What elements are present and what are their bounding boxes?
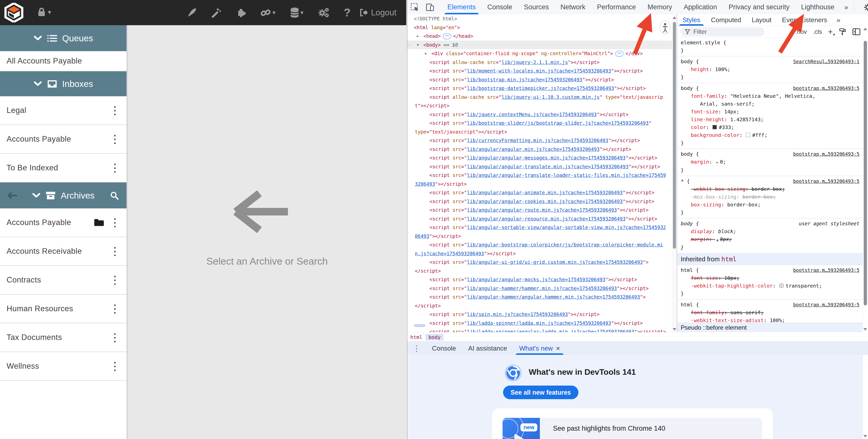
dom-node-line[interactable]: n.js?cache=1754593206493"></script> (407, 249, 677, 258)
color-swatch[interactable] (746, 133, 750, 137)
more-tabs-icon[interactable]: » (833, 16, 844, 24)
styles-tab-styles[interactable]: Styles (677, 14, 706, 26)
styles-tab-layout[interactable]: Layout (746, 14, 777, 26)
toggle-class-button[interactable]: .cls (813, 28, 822, 35)
drawer-tab-console[interactable]: Console (426, 342, 462, 355)
dom-node-line[interactable]: <html lang="en"> (407, 23, 677, 32)
dom-node-line[interactable]: <script allow-cache src="lib/jquery-ui-1… (407, 93, 677, 101)
dom-node-line[interactable]: ▸<head>⋯</head> (407, 32, 677, 40)
dom-node-line[interactable]: <script src="lib/angular/angular-resourc… (407, 215, 677, 223)
scroll-down-icon[interactable] (673, 328, 676, 331)
kebab-menu-icon[interactable]: ⋮ (110, 275, 121, 285)
more-tabs-icon[interactable]: » (840, 3, 852, 11)
close-tab-icon[interactable]: × (556, 345, 560, 352)
devtools-tab-lighthouse[interactable]: Lighthouse (796, 0, 840, 14)
stylesheet-link[interactable]: bootstrap.m…593206493:5 (793, 150, 860, 158)
kebab-menu-icon[interactable]: ⋮ (110, 332, 121, 343)
dom-node-line[interactable]: <script allow-cache src="lib/jquery-2.1.… (407, 58, 677, 67)
sidebar-section-header-queues[interactable]: Queues (0, 25, 126, 51)
sidebar-item-accounts-receivable[interactable]: Accounts Receivable⋮ (0, 237, 126, 266)
dom-node-line[interactable]: <script src="lib/spin.min.js?cache=17545… (407, 310, 677, 319)
kebab-menu-icon[interactable]: ⋮ (110, 162, 121, 174)
app-logo-icon[interactable] (4, 3, 24, 23)
elements-scrollbar[interactable] (672, 14, 677, 332)
dom-node-line[interactable]: <!DOCTYPE html> (407, 14, 677, 23)
dom-node-line[interactable]: <script src="lib/angular/angular-transla… (407, 171, 677, 180)
dom-node-line[interactable]: <script src="lib/ladda-spinner/angular-l… (407, 327, 677, 332)
dom-node-line[interactable]: type="text/javascript"></script> (407, 127, 677, 136)
horizontal-scrollbar-thumb[interactable] (414, 324, 426, 327)
stylesheet-link[interactable]: SearchResul…593206493:1 (793, 58, 860, 65)
gears-icon[interactable] (318, 7, 330, 18)
css-rule-element-style[interactable]: element.style {} (677, 37, 863, 57)
dom-node-line[interactable]: <script src="lib/moment-with-locales.min… (407, 66, 677, 75)
dom-node-line[interactable]: <script src="lib/jquery.contextMenu.js?c… (407, 110, 677, 119)
stylesheet-link[interactable]: bootstrap.m…593206493:5 (793, 266, 860, 274)
dom-node-line[interactable]: <script src="lib/angular-bootstrap-color… (407, 241, 677, 249)
rendering-emulation-icon[interactable] (839, 28, 846, 35)
dom-node-line[interactable]: <script src="lib/angular/angular-transla… (407, 162, 677, 171)
toggle-hover-state-button[interactable]: :hov (796, 28, 807, 35)
sidebar-item-human-resources[interactable]: Human Resources⋮ (0, 294, 126, 323)
styles-filter-input[interactable]: Filter (681, 27, 765, 36)
css-rule--[interactable]: bootstrap.m…593206493:5* {-webkit-box-si… (677, 176, 863, 219)
scroll-up-icon[interactable] (673, 17, 676, 19)
dom-node-line[interactable]: ⋯▾<body> == $0 (407, 40, 677, 50)
dom-node-line[interactable]: <script src="lib/angular-hammer/angular.… (407, 292, 677, 302)
dom-node-line[interactable]: ▸<div class="container-fluid ng-scope" n… (407, 49, 677, 58)
devtools-tab-memory[interactable]: Memory (642, 0, 678, 14)
color-swatch[interactable] (713, 125, 717, 129)
stylesheet-link[interactable]: bootstrap.m…593206493:5 (793, 301, 860, 309)
drawer-tab-what-s-new[interactable]: What's new× (513, 342, 566, 355)
kebab-menu-icon[interactable]: ⋮ (110, 360, 121, 372)
dom-node-line[interactable]: t"></script> (407, 101, 677, 110)
highlights-link[interactable]: See past highlights from Chrome 140 (553, 418, 665, 439)
breadcrumb[interactable]: htmlbody (407, 332, 677, 342)
dom-node-line[interactable]: <script src="lib/angular-sortable-view/a… (407, 223, 677, 232)
lock-menu[interactable]: ▾ (37, 7, 51, 17)
scroll-down-icon[interactable] (864, 328, 867, 331)
highlights-row[interactable]: new See past highlights from Chrome 140 (502, 418, 762, 439)
new-style-rule-button[interactable]: + (828, 28, 833, 36)
drawer-menu-kebab-icon[interactable]: ⋮ (407, 344, 426, 353)
kebab-menu-icon[interactable]: ⋮ (110, 246, 121, 257)
scroll-up-icon[interactable] (864, 28, 867, 30)
css-rule-body[interactable]: user agent stylesheetbody {display: bloc… (677, 219, 863, 253)
dom-node-line[interactable]: <script src="lib/ladda-spinner/ladda.min… (407, 319, 677, 327)
sidebar-section-header-inboxes[interactable]: Inboxes (0, 71, 126, 96)
color-swatch[interactable] (779, 283, 783, 288)
expand-shorthand-icon[interactable]: ▸ (716, 238, 718, 242)
scrollbar-thumb[interactable] (864, 41, 867, 306)
expand-inline-icon[interactable]: ⋯ (443, 33, 451, 39)
expand-shorthand-icon[interactable]: ▸ (716, 160, 718, 164)
css-rule-body[interactable]: bootstrap.m…593206493:5body {font-family… (677, 83, 863, 149)
collapse-arrow-icon[interactable]: ▾ (417, 40, 419, 50)
expand-arrow-icon[interactable]: ▸ (425, 49, 427, 58)
sidebar-item-to-be-indexed[interactable]: To Be Indexed⋮ (0, 154, 126, 183)
devtools-tab-application[interactable]: Application (678, 0, 723, 14)
expand-inline-icon[interactable]: ⋯ (615, 51, 623, 57)
styles-scrollbar[interactable] (863, 26, 868, 332)
kebab-menu-icon[interactable]: ⋮ (110, 303, 121, 314)
sidebar-item-tax-documents[interactable]: Tax Documents⋮ (0, 323, 126, 352)
dom-node-line[interactable]: <script src="lib/angular/angular-message… (407, 154, 677, 162)
magic-wand-icon[interactable] (212, 7, 221, 18)
sidebar-item-all-accounts-payable[interactable]: All Accounts Payable (0, 51, 126, 71)
database-icon[interactable]: ▾ (290, 7, 304, 18)
dom-node-line[interactable]: <script src="lib/bootstrap.min.js?cache=… (407, 75, 677, 84)
settings-gear-icon[interactable] (864, 3, 868, 11)
dom-node-line[interactable]: <script src="lib/angular-hammer/hammer.m… (407, 284, 677, 293)
expand-arrow-icon[interactable]: ▸ (417, 32, 419, 40)
breadcrumb-html[interactable]: html (407, 334, 426, 341)
drawer-scrollbar[interactable] (863, 355, 868, 439)
dom-node-line[interactable]: <script src="lib/currencyFormatting.min.… (407, 136, 677, 145)
see-all-features-button[interactable]: See all new features (503, 385, 579, 399)
css-rule-body[interactable]: SearchResul…593206493:1body {height: 100… (677, 57, 863, 83)
sidebar-item-accounts-payable[interactable]: Accounts Payable⋮ (0, 209, 126, 237)
styles-rules-list[interactable]: element.style {}SearchResul…593206493:1b… (677, 37, 863, 323)
sidebar-section-header-archives[interactable]: Archives (0, 183, 126, 209)
device-toolbar-icon[interactable] (423, 3, 437, 12)
stylesheet-link[interactable]: user agent stylesheet (799, 220, 860, 227)
styles-tab-event-listeners[interactable]: Event Listeners (777, 14, 833, 26)
dom-node-line[interactable]: <script src="lib/bootstrap-datetimepicke… (407, 84, 677, 93)
